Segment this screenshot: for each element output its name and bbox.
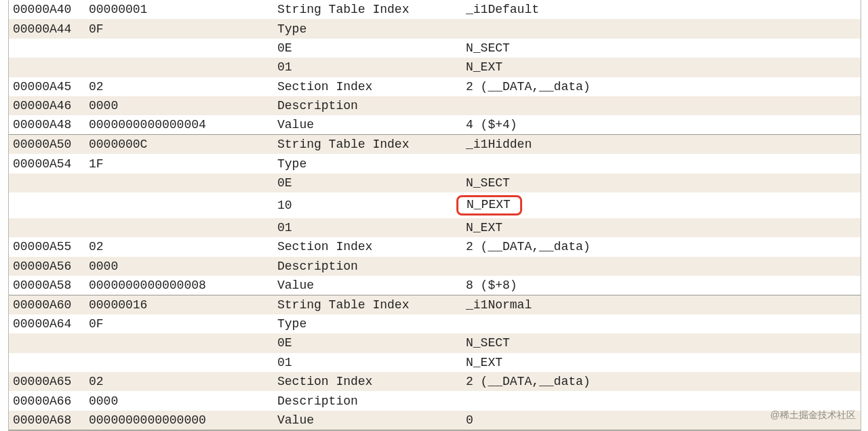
table-row[interactable]: 00000A5502Section Index2 (__DATA,__data) bbox=[9, 237, 861, 256]
cell-value: 2 (__DATA,__data) bbox=[462, 237, 861, 256]
table-row[interactable]: 0EN_SECT bbox=[9, 173, 861, 192]
table-row[interactable]: 10N_PEXT bbox=[9, 192, 861, 218]
cell-value bbox=[462, 96, 861, 115]
cell-value: 2 (__DATA,__data) bbox=[462, 372, 861, 391]
cell-raw: 02 bbox=[85, 77, 273, 96]
cell-raw: 0000 bbox=[85, 96, 273, 115]
cell-offset: 00000A40 bbox=[9, 0, 85, 19]
cell-offset bbox=[9, 58, 85, 77]
cell-value bbox=[462, 314, 861, 333]
cell-field: Value bbox=[273, 276, 462, 295]
cell-raw: 0F bbox=[85, 19, 273, 38]
cell-raw: 0000 bbox=[85, 391, 273, 410]
cell-field: Description bbox=[273, 96, 462, 115]
cell-field: Description bbox=[273, 257, 462, 276]
cell-field: 10 bbox=[273, 192, 462, 218]
table-row[interactable]: 00000A6000000016String Table Index_i1Nor… bbox=[9, 295, 861, 314]
table-row[interactable]: 00000A460000Description bbox=[9, 96, 861, 115]
symbol-table: 00000A4000000001String Table Index_i1Def… bbox=[9, 0, 861, 430]
cell-value: N_SECT bbox=[462, 39, 861, 58]
cell-field: Type bbox=[273, 154, 462, 173]
cell-raw bbox=[85, 39, 273, 58]
cell-offset: 00000A66 bbox=[9, 391, 85, 410]
table-row[interactable]: 00000A4000000001String Table Index_i1Def… bbox=[9, 0, 861, 19]
cell-value: 4 ($+4) bbox=[462, 115, 861, 135]
cell-offset: 00000A50 bbox=[9, 135, 85, 155]
table-row[interactable]: 00000A580000000000000008Value8 ($+8) bbox=[9, 276, 861, 295]
table-row[interactable]: 00000A541FType bbox=[9, 154, 861, 173]
cell-offset: 00000A46 bbox=[9, 96, 85, 115]
cell-value: N_PEXT bbox=[462, 192, 861, 218]
table-row[interactable]: 00000A6502Section Index2 (__DATA,__data) bbox=[9, 372, 861, 391]
table-viewport: 00000A4000000001String Table Index_i1Def… bbox=[8, 0, 861, 431]
table-row[interactable]: 00000A500000000CString Table Index_i1Hid… bbox=[9, 135, 861, 155]
cell-field: Section Index bbox=[273, 237, 462, 256]
cell-field: Value bbox=[273, 411, 462, 430]
table-row[interactable]: 00000A560000Description bbox=[9, 257, 861, 276]
cell-value: 2 (__DATA,__data) bbox=[462, 77, 861, 96]
cell-value: _i1Default bbox=[462, 0, 861, 19]
cell-raw: 00000001 bbox=[85, 0, 273, 19]
cell-field: Section Index bbox=[273, 372, 462, 391]
cell-offset: 00000A48 bbox=[9, 115, 85, 135]
cell-offset: 00000A45 bbox=[9, 77, 85, 96]
table-row[interactable]: 01N_EXT bbox=[9, 58, 861, 77]
cell-field: Description bbox=[273, 391, 462, 410]
cell-field: 0E bbox=[273, 333, 462, 352]
cell-raw: 02 bbox=[85, 237, 273, 256]
cell-value: N_EXT bbox=[462, 218, 861, 237]
table-row[interactable]: 00000A480000000000000004Value4 ($+4) bbox=[9, 115, 861, 135]
table-row[interactable]: 00000A660000Description bbox=[9, 391, 861, 410]
table-row[interactable]: 00000A4502Section Index2 (__DATA,__data) bbox=[9, 77, 861, 96]
cell-raw bbox=[85, 58, 273, 77]
cell-value bbox=[462, 19, 861, 38]
cell-field: 0E bbox=[273, 173, 462, 192]
cell-field: 01 bbox=[273, 58, 462, 77]
cell-offset: 00000A54 bbox=[9, 154, 85, 173]
cell-raw: 02 bbox=[85, 372, 273, 391]
cell-offset: 00000A44 bbox=[9, 19, 85, 38]
cell-field: String Table Index bbox=[273, 135, 462, 155]
cell-offset bbox=[9, 173, 85, 192]
table-row[interactable]: 00000A680000000000000000Value0 bbox=[9, 411, 861, 430]
table-row[interactable]: 0EN_SECT bbox=[9, 333, 861, 352]
highlight-box: N_PEXT bbox=[456, 195, 522, 216]
cell-raw: 00000016 bbox=[85, 295, 273, 314]
cell-raw bbox=[85, 173, 273, 192]
cell-value: N_EXT bbox=[462, 58, 861, 77]
cell-field: Value bbox=[273, 115, 462, 135]
cell-offset: 00000A56 bbox=[9, 257, 85, 276]
cell-offset: 00000A64 bbox=[9, 314, 85, 333]
table-row[interactable]: 0EN_SECT bbox=[9, 39, 861, 58]
cell-offset bbox=[9, 218, 85, 237]
cell-value: N_EXT bbox=[462, 353, 861, 372]
cell-raw: 1F bbox=[85, 154, 273, 173]
table-row[interactable]: 01N_EXT bbox=[9, 353, 861, 372]
cell-offset: 00000A58 bbox=[9, 276, 85, 295]
cell-field: Type bbox=[273, 19, 462, 38]
cell-value bbox=[462, 257, 861, 276]
cell-field: 01 bbox=[273, 353, 462, 372]
cell-field: 0E bbox=[273, 39, 462, 58]
cell-raw: 0000000000000000 bbox=[85, 411, 273, 430]
cell-raw bbox=[85, 192, 273, 218]
cell-value: N_SECT bbox=[462, 173, 861, 192]
cell-offset: 00000A60 bbox=[9, 295, 85, 314]
table-row[interactable]: 00000A640FType bbox=[9, 314, 861, 333]
table-row[interactable]: 00000A440FType bbox=[9, 19, 861, 38]
cell-raw: 0000000000000004 bbox=[85, 115, 273, 135]
cell-raw: 0000000C bbox=[85, 135, 273, 155]
cell-value: 8 ($+8) bbox=[462, 276, 861, 295]
cell-value: 0 bbox=[462, 411, 861, 430]
cell-value: _i1Hidden bbox=[462, 135, 861, 155]
cell-value: N_SECT bbox=[462, 333, 861, 352]
cell-offset bbox=[9, 333, 85, 352]
cell-field: Type bbox=[273, 314, 462, 333]
cell-offset bbox=[9, 192, 85, 218]
table-row[interactable]: 01N_EXT bbox=[9, 218, 861, 237]
cell-offset bbox=[9, 39, 85, 58]
cell-offset: 00000A55 bbox=[9, 237, 85, 256]
cell-raw bbox=[85, 353, 273, 372]
cell-field: String Table Index bbox=[273, 0, 462, 19]
cell-field: 01 bbox=[273, 218, 462, 237]
